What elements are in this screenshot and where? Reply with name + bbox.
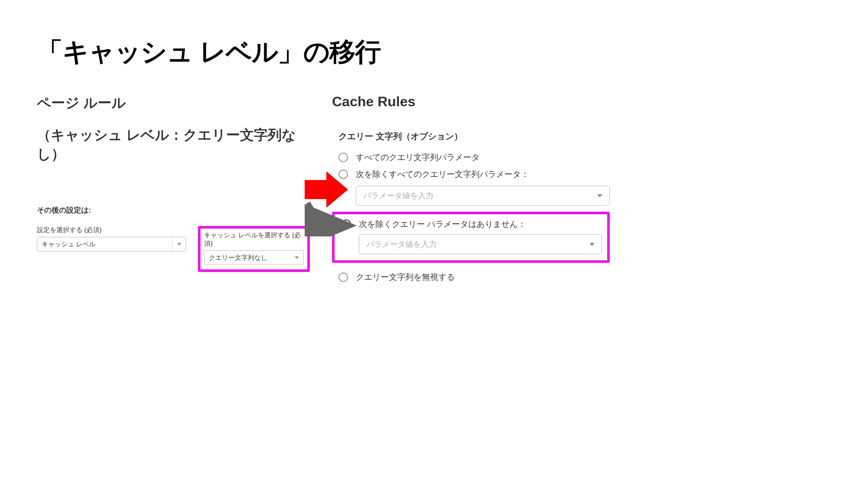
cache-level-highlight: キャッシュ レベルを選択する (必須) クエリー文字列なし — [198, 226, 310, 272]
radio-option-all-except[interactable]: 次を除くすべてのクエリー文字列パラメータ： — [339, 169, 610, 180]
radio-option-ignore[interactable]: クエリー文字列を無視する — [339, 272, 610, 283]
select-cache-level-value: クエリー文字列なし — [209, 254, 267, 262]
select-setting-dropdown[interactable]: キャッシュ レベル — [37, 237, 186, 252]
page-title: 「キャッシュ レベル」の移行 — [37, 35, 831, 70]
radio-option-none-except[interactable]: 次を除くクエリー パラメータはありません： — [342, 219, 602, 230]
radio-icon[interactable] — [339, 272, 348, 282]
page-rules-column: ページ ルール （キャッシュ レベル：クエリー文字列なし） その後の設定は: 設… — [37, 94, 315, 272]
chevron-down-icon — [295, 256, 299, 259]
page-rules-subheading: （キャッシュ レベル：クエリー文字列なし） — [37, 126, 315, 164]
page-rules-heading: ページ ルール — [37, 94, 315, 113]
settings-label: その後の設定は: — [37, 205, 315, 215]
param-placeholder: パラメータ値を入力 — [363, 190, 434, 201]
cache-rules-column: Cache Rules クエリー 文字列（オプション） すべてのクエリ文字列パラ… — [332, 94, 610, 288]
select-cache-level-dropdown[interactable]: クエリー文字列なし — [204, 250, 304, 265]
query-string-label: クエリー 文字列（オプション） — [339, 131, 610, 142]
select-setting-value: キャッシュ レベル — [42, 240, 95, 249]
radio-label: クエリー文字列を無視する — [356, 272, 455, 283]
param-input-none-except[interactable]: パラメータ値を入力 — [359, 234, 602, 254]
chevron-down-icon — [589, 243, 595, 246]
radio-icon[interactable] — [342, 219, 351, 229]
radio-option-all[interactable]: すべてのクエリ文字列パラメータ — [339, 152, 610, 163]
radio-icon[interactable] — [339, 170, 348, 179]
chevron-down-icon — [172, 237, 181, 251]
none-except-highlight: 次を除くクエリー パラメータはありません： パラメータ値を入力 — [332, 212, 610, 263]
select-setting-label: 設定を選択する (必須) — [37, 226, 186, 234]
chevron-down-icon — [597, 194, 602, 197]
radio-label: 次を除くすべてのクエリー文字列パラメータ： — [356, 169, 529, 180]
param-input-all-except[interactable]: パラメータ値を入力 — [356, 186, 610, 206]
radio-label: 次を除くクエリー パラメータはありません： — [359, 219, 526, 230]
radio-icon[interactable] — [339, 153, 348, 162]
radio-label: すべてのクエリ文字列パラメータ — [356, 152, 480, 163]
param-placeholder: パラメータ値を入力 — [366, 239, 437, 249]
cache-rules-heading: Cache Rules — [332, 94, 610, 110]
select-cache-level-label: キャッシュ レベルを選択する (必須) — [204, 231, 304, 248]
